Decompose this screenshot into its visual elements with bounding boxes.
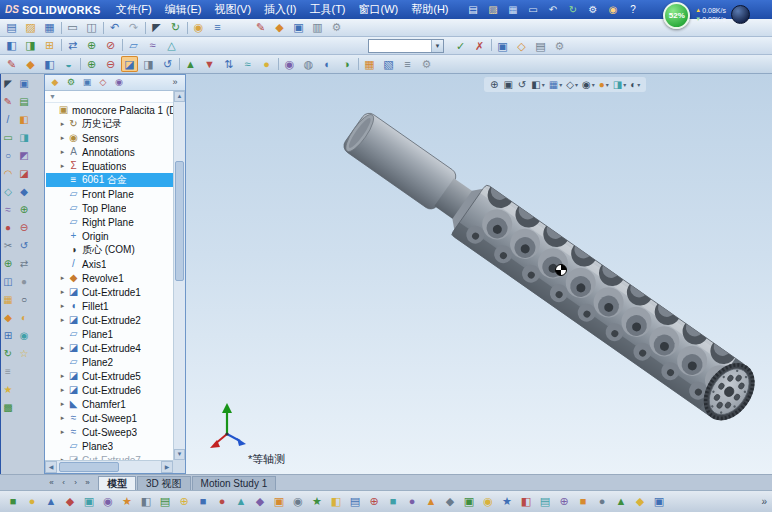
edit-appearance-icon[interactable]: ●▾ xyxy=(598,80,610,90)
view-front-icon[interactable]: ▣ xyxy=(17,76,32,91)
mirror-sketch-icon[interactable]: ◫ xyxy=(1,274,16,289)
expander-icon[interactable]: ▸ xyxy=(58,400,67,408)
tree-item-cut-sweep3[interactable]: ▸ ≈ Cut-Sweep3 xyxy=(46,425,173,439)
tree-item-cut-extrude5[interactable]: ▸ ◪ Cut-Extrude5 xyxy=(46,369,173,383)
convert-entities-icon[interactable]: ↻ xyxy=(1,346,16,361)
settings-gear-icon[interactable]: ⚙ xyxy=(551,38,568,54)
bottom-icon-06[interactable]: ◉ xyxy=(100,494,116,510)
menu-insert[interactable]: 插入(I) xyxy=(262,2,298,17)
tree-item-plane1[interactable]: ▱ Plane1 xyxy=(46,327,173,341)
measure-icon[interactable]: ≡ xyxy=(209,20,226,36)
bottom-icon-19[interactable]: ▤ xyxy=(347,494,363,510)
expander-icon[interactable]: ▸ xyxy=(58,274,67,282)
zoom-in-icon[interactable]: ⊕ xyxy=(17,202,32,217)
bottom-icon-24[interactable]: ◆ xyxy=(442,494,458,510)
bottom-icon-17[interactable]: ★ xyxy=(309,494,325,510)
offset-tool-icon[interactable]: ⊕ xyxy=(1,256,16,271)
wireframe-icon[interactable]: ◇ xyxy=(513,38,530,54)
assembly-toolbar-icon[interactable]: ▣ xyxy=(290,20,307,36)
tree-item-cut-extrude4[interactable]: ▸ ◪ Cut-Extrude4 xyxy=(46,341,173,355)
zoom-area-icon[interactable]: ▣ xyxy=(502,80,514,90)
style-combobox[interactable]: ▼ xyxy=(368,39,444,53)
tree-item-plane2[interactable]: ▱ Plane2 xyxy=(46,355,173,369)
revolved-cut-icon[interactable]: ⊖ xyxy=(102,56,119,72)
bottom-icon-07[interactable]: ★ xyxy=(119,494,135,510)
sketch-pencil-icon[interactable]: ✎ xyxy=(3,56,20,72)
expander-icon[interactable]: ▸ xyxy=(58,316,67,324)
draft-icon[interactable]: ▼ xyxy=(201,56,218,72)
bottom-icon-16[interactable]: ◉ xyxy=(290,494,306,510)
undo-icon[interactable]: ↶ xyxy=(546,2,561,17)
rectangle-tool-icon[interactable]: ▭ xyxy=(1,130,16,145)
wrap-icon[interactable]: ≈ xyxy=(239,56,256,72)
scroll-right-button[interactable]: ▶ xyxy=(161,461,173,473)
zoom-fit-icon[interactable]: ⊕ xyxy=(489,80,500,90)
intersect-icon[interactable]: ◐ xyxy=(319,56,336,72)
arc-tool-icon[interactable]: ◠ xyxy=(1,166,16,181)
remove-geometry-icon[interactable]: ⊘ xyxy=(102,38,119,54)
expander-icon[interactable]: ▸ xyxy=(58,134,67,142)
bottom-icon-12[interactable]: ● xyxy=(214,494,230,510)
zoom-out-icon[interactable]: ⊖ xyxy=(17,220,32,235)
tree-item-chamfer1[interactable]: ▸ ◣ Chamfer1 xyxy=(46,397,173,411)
line-tool-icon[interactable]: / xyxy=(1,112,16,127)
tree-item-top-plane[interactable]: ▱ Top Plane xyxy=(46,201,173,215)
tree-item-cut-extrude2[interactable]: ▸ ◪ Cut-Extrude2 xyxy=(46,313,173,327)
propertymanager-tab-icon[interactable]: ⚙ xyxy=(64,76,78,89)
view-right-icon[interactable]: ◨ xyxy=(17,130,32,145)
filter-funnel-icon[interactable]: ▼ xyxy=(49,93,56,100)
save-icon[interactable]: ▦ xyxy=(506,2,521,17)
featuremanager-tab-icon[interactable]: ◆ xyxy=(48,76,62,89)
open-document-icon[interactable]: ▨ xyxy=(486,2,501,17)
expander-icon[interactable]: ▸ xyxy=(58,302,67,310)
tree-item-right-plane[interactable]: ▱ Right Plane xyxy=(46,215,173,229)
linear-pattern-icon[interactable]: ▲ xyxy=(182,56,199,72)
open-file-icon[interactable]: ▨ xyxy=(22,20,39,36)
expander-icon[interactable]: ▸ xyxy=(58,288,67,296)
tree-vertical-scrollbar[interactable]: ▲ ▼ xyxy=(173,91,185,460)
shell-icon[interactable]: ⇅ xyxy=(220,56,237,72)
relations-tool-icon[interactable]: ⊞ xyxy=(1,328,16,343)
expander-icon[interactable]: ▸ xyxy=(58,428,67,436)
scroll-up-button[interactable]: ▲ xyxy=(174,91,185,102)
menu-view[interactable]: 视图(V) xyxy=(212,2,253,17)
bottom-icon-14[interactable]: ◆ xyxy=(252,494,268,510)
expander-icon[interactable]: ▸ xyxy=(58,162,67,170)
smart-dimension-icon[interactable]: ◆ xyxy=(22,56,39,72)
bottom-icon-23[interactable]: ▲ xyxy=(423,494,439,510)
bottom-overflow-icon[interactable]: » xyxy=(761,496,767,507)
tree-item-cut-extrude1[interactable]: ▸ ◪ Cut-Extrude1 xyxy=(46,285,173,299)
bottom-icon-22[interactable]: ● xyxy=(404,494,420,510)
menu-help[interactable]: 帮助(H) xyxy=(409,2,450,17)
bottom-icon-15[interactable]: ▣ xyxy=(271,494,287,510)
tree-item-front-plane[interactable]: ▱ Front Plane xyxy=(46,187,173,201)
tab-prev-button[interactable]: ‹ xyxy=(58,477,69,489)
hide-show-items-icon[interactable]: ◉▾ xyxy=(581,80,596,90)
tree-item-history[interactable]: ▸ ↻ 历史记录 xyxy=(46,117,173,131)
curve-tool-icon[interactable]: ≈ xyxy=(144,38,161,54)
select-arrow-icon[interactable]: ◤ xyxy=(148,20,165,36)
rebuild-icon[interactable]: ↻ xyxy=(566,2,581,17)
tab-3d-views[interactable]: 3D 视图 xyxy=(137,476,191,490)
bottom-icon-29[interactable]: ▤ xyxy=(537,494,553,510)
new-document-icon[interactable]: ▤ xyxy=(466,2,481,17)
tree-item-cut-extrude6[interactable]: ▸ ◪ Cut-Extrude6 xyxy=(46,383,173,397)
expander-icon[interactable]: ▸ xyxy=(58,148,67,156)
bottom-icon-13[interactable]: ▲ xyxy=(233,494,249,510)
bottom-icon-30[interactable]: ⊕ xyxy=(556,494,572,510)
menu-edit[interactable]: 编辑(E) xyxy=(163,2,204,17)
bottom-icon-31[interactable]: ■ xyxy=(575,494,591,510)
horizontal-scroll-thumb[interactable] xyxy=(59,462,119,472)
tree-horizontal-scrollbar[interactable]: ◀ ▶ xyxy=(45,460,173,473)
save-file-icon[interactable]: ▦ xyxy=(41,20,58,36)
instant3d-icon[interactable]: ≡ xyxy=(399,56,416,72)
tab-last-button[interactable]: » xyxy=(82,477,93,489)
expander-icon[interactable]: ▸ xyxy=(58,372,67,380)
tree-item-plane3[interactable]: ▱ Plane3 xyxy=(46,439,173,453)
mate-icon[interactable]: ◧ xyxy=(3,38,20,54)
section-mode-icon[interactable]: ◐ xyxy=(17,310,32,325)
bottom-icon-04[interactable]: ◆ xyxy=(62,494,78,510)
bottom-icon-20[interactable]: ⊕ xyxy=(366,494,382,510)
tools-gear-icon[interactable]: ⚙ xyxy=(328,20,345,36)
help-icon[interactable]: ? xyxy=(626,2,641,17)
